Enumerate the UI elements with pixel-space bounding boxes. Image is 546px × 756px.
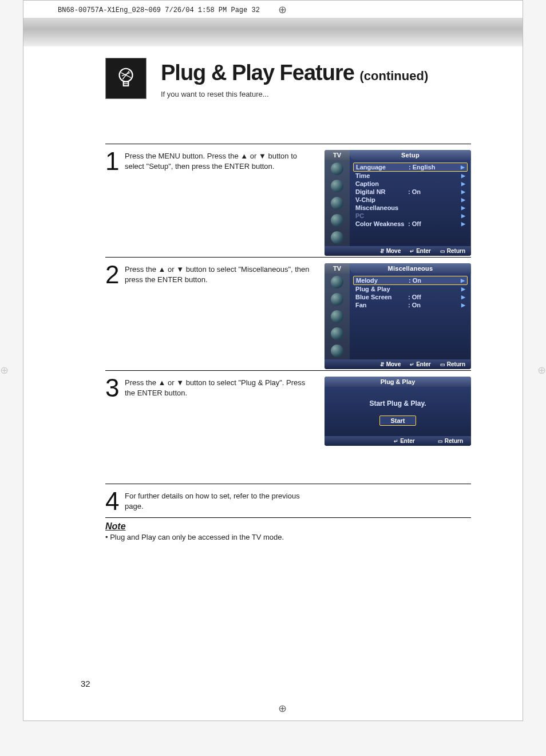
crop-mark-left-icon: ⊕	[0, 364, 9, 377]
chevron-right-icon: ▶	[461, 181, 465, 187]
page-title: Plug & Play Feature	[161, 61, 359, 85]
menu-item-digital-nr[interactable]: Digital NR: On▶	[353, 188, 468, 196]
sidebar-icon	[331, 345, 343, 357]
menu-item-time[interactable]: Time▶	[353, 172, 468, 180]
lightbulb-icon	[105, 58, 147, 99]
osd-title: Miscellaneous	[350, 263, 471, 274]
osd-footer: ⇵Move ↵Enter ▭Return	[325, 246, 471, 256]
chevron-right-icon: ▶	[461, 189, 465, 195]
osd-footer: ↵Enter ▭Return	[325, 436, 471, 446]
sidebar-icon	[331, 293, 343, 306]
osd-tab-tv: TV	[325, 263, 350, 274]
chevron-right-icon: ▶	[461, 286, 465, 292]
return-icon: ▭	[440, 362, 445, 367]
osd-title: Plug & Play	[325, 377, 471, 387]
header-band	[23, 18, 523, 46]
return-icon: ▭	[438, 438, 443, 444]
menu-item-pc: PC▶	[353, 212, 468, 220]
page-title-suffix: (continued)	[359, 69, 428, 83]
print-header: BN68-00757A-X1Eng_028~069 7/26/04 1:58 P…	[58, 6, 260, 14]
note-text: • Plug and Play can only be accessed in …	[105, 533, 471, 541]
sidebar-icon	[331, 214, 343, 227]
page-subtitle: If you want to reset this feature...	[161, 90, 428, 98]
step-number: 3	[105, 377, 122, 399]
sidebar-icon	[331, 197, 343, 209]
osd-title: Setup	[350, 150, 471, 160]
enter-icon: ↵	[410, 362, 414, 367]
return-icon: ▭	[440, 248, 445, 254]
chevron-right-icon: ▶	[461, 221, 465, 227]
menu-item-caption[interactable]: Caption▶	[353, 180, 468, 188]
chevron-right-icon: ▶	[460, 164, 465, 170]
crop-mark-top-icon: ⊕	[278, 3, 287, 16]
osd-message: Start Plug & Play.	[325, 387, 471, 415]
osd-miscellaneous: TV Miscellaneous Melody: On▶	[325, 263, 471, 369]
sidebar-icon	[331, 163, 343, 175]
start-button[interactable]: Start	[379, 415, 416, 426]
menu-item-fan[interactable]: Fan: On▶	[353, 301, 468, 309]
chevron-right-icon: ▶	[460, 278, 465, 283]
sidebar-icon	[331, 276, 343, 288]
move-icon: ⇵	[380, 362, 385, 367]
note-block: Note • Plug and Play can only be accesse…	[105, 517, 471, 541]
step-1: 1 Press the MENU button. Press the ▲ or …	[105, 144, 471, 247]
chevron-right-icon: ▶	[461, 205, 465, 211]
step-number: 4	[105, 490, 122, 513]
note-title: Note	[105, 521, 471, 532]
osd-menu-list: Melody: On▶ Plug & Play▶ Blue Screen: Of…	[350, 274, 471, 359]
osd-tab-tv: TV	[325, 150, 350, 160]
menu-item-melody[interactable]: Melody: On▶	[353, 276, 468, 285]
chevron-right-icon: ▶	[461, 213, 465, 219]
step-text: Press the ▲ or ▼ button to select "Plug …	[125, 377, 314, 398]
move-icon: ⇵	[380, 248, 385, 254]
menu-item-color-weakness[interactable]: Color Weakness: Off▶	[353, 220, 468, 228]
crop-mark-bottom-icon: ⊕	[278, 702, 287, 715]
page: BN68-00757A-X1Eng_028~069 7/26/04 1:58 P…	[23, 0, 523, 721]
enter-icon: ↵	[394, 438, 398, 444]
menu-item-language[interactable]: Language: English▶	[353, 163, 468, 172]
osd-menu-list: Language: English▶ Time▶ Caption▶ Digita…	[350, 160, 471, 246]
crop-mark-right-icon: ⊕	[537, 364, 546, 377]
chevron-right-icon: ▶	[461, 197, 465, 203]
chevron-right-icon: ▶	[461, 173, 465, 179]
step-number: 2	[105, 263, 122, 286]
menu-item-miscellaneous[interactable]: Miscellaneous▶	[353, 204, 468, 212]
osd-setup: TV Setup Language: English▶	[325, 150, 471, 256]
osd-plug-and-play: Plug & Play Start Plug & Play. Start ↵En…	[325, 377, 471, 446]
osd-footer: ⇵Move ↵Enter ▭Return	[325, 359, 471, 369]
sidebar-icon	[331, 310, 343, 323]
sidebar-icon	[331, 327, 343, 340]
step-text: Press the MENU button. Press the ▲ or ▼ …	[125, 150, 314, 171]
chevron-right-icon: ▶	[461, 302, 465, 308]
sidebar-icon	[331, 231, 343, 244]
osd-sidebar	[325, 274, 350, 359]
step-2: 2 Press the ▲ or ▼ button to select "Mis…	[105, 257, 471, 360]
step-number: 1	[105, 150, 122, 173]
content: 1 Press the MENU button. Press the ▲ or …	[105, 144, 471, 540]
step-3: 3 Press the ▲ or ▼ button to select "Plu…	[105, 370, 471, 473]
osd-sidebar	[325, 160, 350, 246]
sidebar-icon	[331, 180, 343, 192]
title-block: Plug & Play Feature (continued) If you w…	[161, 61, 428, 98]
enter-icon: ↵	[410, 248, 414, 254]
chevron-right-icon: ▶	[461, 294, 465, 300]
menu-item-plug-and-play[interactable]: Plug & Play▶	[353, 285, 468, 293]
menu-item-blue-screen[interactable]: Blue Screen: Off▶	[353, 293, 468, 301]
step-text: For further details on how to set, refer…	[125, 490, 314, 511]
page-number: 32	[81, 679, 90, 688]
menu-item-vchip[interactable]: V-Chip▶	[353, 196, 468, 204]
step-text: Press the ▲ or ▼ button to select "Misce…	[125, 263, 314, 284]
